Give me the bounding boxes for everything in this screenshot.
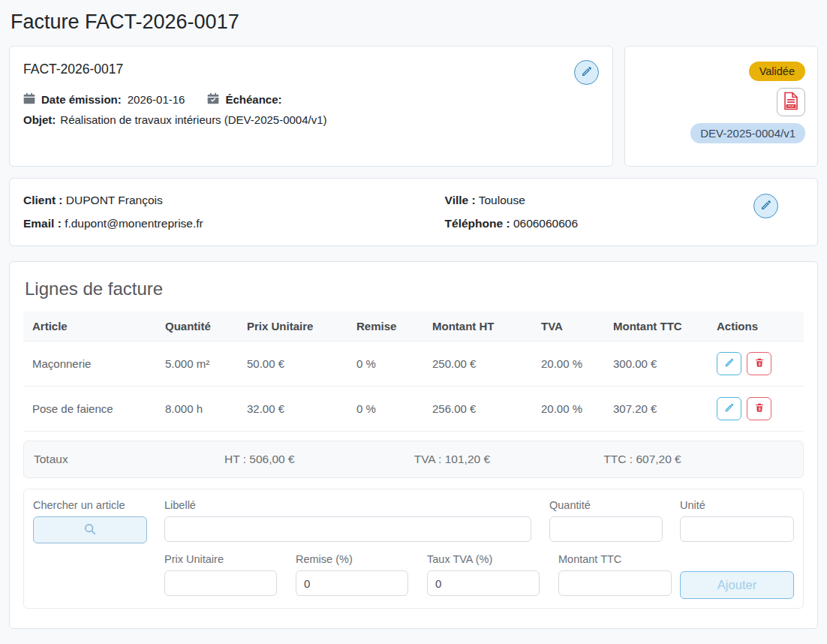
unite-input[interactable] [680, 516, 794, 542]
prix-unitaire-field: Prix Unitaire [164, 553, 277, 596]
cell-montant-ht: 250.00 € [426, 342, 535, 387]
ajouter-button[interactable]: Ajouter [680, 571, 794, 599]
cell-actions [711, 342, 804, 387]
quantite-input[interactable] [549, 516, 663, 542]
invoice-info-card: FACT-2026-0017 Date émission: 2026-01-16 [9, 46, 613, 167]
client-ville-line: Ville : Toulouse [445, 194, 804, 207]
edit-line-button[interactable] [717, 352, 741, 375]
col-article: Article [23, 311, 159, 342]
cell-quantite: 8.000 h [159, 387, 241, 432]
total-tva: TVA : 101,20 € [414, 453, 604, 466]
montant-ttc-input[interactable] [558, 570, 672, 596]
prix-unitaire-input[interactable] [164, 570, 277, 596]
table-header-row: Article Quantité Prix Unitaire Remise Mo… [23, 311, 804, 342]
col-montant-ttc: Montant TTC [607, 311, 711, 342]
remise-label: Remise (%) [296, 553, 408, 565]
client-info-card: Client : DUPONT François Ville : Toulous… [9, 178, 818, 246]
cell-prix-unitaire: 50.00 € [241, 342, 350, 387]
col-montant-ht: Montant HT [426, 311, 535, 342]
pencil-icon [760, 199, 772, 213]
objet-label: Objet: [23, 113, 56, 126]
taux-tva-input[interactable] [427, 570, 540, 596]
telephone-value: 0606060606 [513, 217, 578, 230]
top-row: FACT-2026-0017 Date émission: 2026-01-16 [9, 46, 818, 167]
taux-tva-label: Taux TVA (%) [427, 553, 540, 565]
form-row-1: Chercher un article Libellé Quantité Uni… [33, 499, 794, 543]
cell-montant-ht: 256.00 € [426, 387, 535, 432]
libelle-field: Libellé [164, 499, 531, 543]
col-tva: TVA [535, 311, 607, 342]
client-value: DUPONT François [66, 194, 163, 206]
search-icon [83, 522, 97, 538]
date-emission-label: Date émission: [41, 93, 122, 106]
lines-section-title: Lignes de facture [25, 278, 804, 299]
form-row-2: Prix Unitaire Remise (%) Taux TVA (%) Mo… [33, 553, 794, 596]
table-row: Maçonnerie 5.000 m² 50.00 € 0 % 250.00 €… [23, 342, 804, 387]
cell-montant-ttc: 300.00 € [607, 342, 711, 387]
date-emission-value: 2026-01-16 [128, 93, 185, 106]
search-article-label: Chercher un article [33, 499, 147, 511]
total-ttc: TTC : 607,20 € [603, 453, 793, 466]
trash-icon [754, 357, 765, 370]
email-label: Email : [23, 217, 62, 230]
pencil-icon [724, 357, 735, 370]
svg-text:PDF: PDF [788, 104, 795, 108]
invoice-number: FACT-2026-0017 [23, 62, 599, 77]
quantite-label: Quantité [549, 499, 663, 511]
cell-actions [711, 387, 804, 432]
cell-article: Pose de faience [23, 387, 159, 432]
pdf-file-icon: PDF [783, 92, 798, 113]
unite-label: Unité [680, 499, 794, 511]
status-badge: Validée [749, 62, 805, 81]
cell-article: Maçonnerie [23, 342, 159, 387]
ville-label: Ville : [445, 194, 476, 206]
col-remise: Remise [350, 311, 426, 342]
email-value: f.dupont@monentreprise.fr [65, 217, 203, 230]
cell-remise: 0 % [350, 387, 426, 432]
cell-remise: 0 % [350, 342, 426, 387]
libelle-label: Libellé [164, 499, 531, 511]
cell-montant-ttc: 307.20 € [607, 387, 711, 432]
delete-line-button[interactable] [747, 352, 771, 375]
spacer [33, 553, 164, 596]
download-pdf-button[interactable]: PDF [777, 88, 805, 116]
prix-unitaire-label: Prix Unitaire [164, 553, 277, 565]
client-name-line: Client : DUPONT François [23, 194, 445, 207]
invoice-dates-line: Date émission: 2026-01-16 Échéance: [23, 92, 599, 107]
edit-client-button[interactable] [753, 194, 778, 218]
montant-ttc-field: Montant TTC [558, 553, 672, 596]
cell-tva: 20.00 % [535, 342, 607, 387]
edit-line-button[interactable] [717, 397, 741, 420]
edit-invoice-button[interactable] [574, 60, 599, 85]
totals-row: Totaux HT : 506,00 € TVA : 101,20 € TTC … [23, 441, 804, 478]
cell-quantite: 5.000 m² [159, 342, 241, 387]
montant-ttc-label: Montant TTC [558, 553, 672, 565]
table-row: Pose de faience 8.000 h 32.00 € 0 % 256.… [23, 387, 804, 432]
add-line-form: Chercher un article Libellé Quantité Uni… [23, 489, 804, 609]
invoice-lines-card: Lignes de facture Article Quantité Prix … [9, 261, 818, 629]
col-quantite: Quantité [159, 311, 241, 342]
cell-tva: 20.00 % [535, 387, 607, 432]
totals-label: Totaux [34, 453, 224, 466]
quantite-field: Quantité [549, 499, 663, 543]
unite-field: Unité [680, 499, 794, 543]
echeance-label: Échéance: [225, 93, 281, 106]
client-telephone-line: Téléphone : 0606060606 [445, 217, 804, 230]
calendar-check-icon [207, 92, 219, 107]
pencil-icon [581, 65, 593, 80]
remise-input[interactable] [296, 570, 408, 596]
devis-reference-badge[interactable]: DEV-2025-0004/v1 [690, 123, 805, 143]
ajouter-field: Ajouter [680, 553, 794, 596]
pencil-icon [724, 402, 735, 415]
delete-line-button[interactable] [747, 397, 771, 420]
taux-tva-field: Taux TVA (%) [427, 553, 540, 596]
invoice-status-card: Validée PDF DEV-2025-0004/v1 [624, 46, 818, 167]
invoice-objet-line: Objet:Réalisation de travaux intérieurs … [23, 113, 599, 126]
search-article-button[interactable] [33, 516, 147, 543]
calendar-icon [23, 92, 35, 107]
cell-prix-unitaire: 32.00 € [241, 387, 350, 432]
libelle-input[interactable] [164, 516, 531, 542]
client-email-line: Email : f.dupont@monentreprise.fr [23, 217, 445, 230]
search-article-field: Chercher un article [33, 499, 147, 543]
page-title: Facture FACT-2026-0017 [11, 11, 818, 34]
